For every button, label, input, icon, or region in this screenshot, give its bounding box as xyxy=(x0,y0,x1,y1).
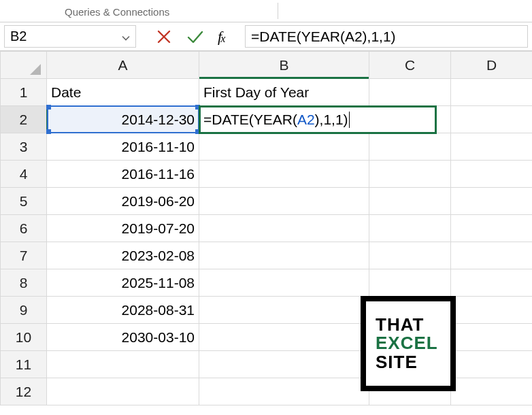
col-header-B[interactable]: B xyxy=(199,52,369,79)
chevron-down-icon[interactable] xyxy=(122,29,130,44)
cell-C3[interactable] xyxy=(369,133,451,161)
cancel-icon[interactable] xyxy=(156,29,171,44)
row-header-4[interactable]: 4 xyxy=(1,161,47,188)
formula-text: =DATE(YEAR(A2),1,1) xyxy=(251,29,396,45)
cell-A6[interactable]: 2019-07-20 xyxy=(47,215,199,242)
cell-C8[interactable] xyxy=(369,269,451,297)
cell-A9[interactable]: 2028-08-31 xyxy=(47,297,199,324)
ribbon-tab-bar: Queries & Connections xyxy=(0,0,532,22)
cell-B8[interactable] xyxy=(199,269,369,297)
cell-D12[interactable] xyxy=(451,378,533,405)
formula-bar: B2 fx =DATE(YEAR(A2),1,1) xyxy=(0,22,532,51)
cell-A3[interactable]: 2016-11-10 xyxy=(47,133,199,161)
cell-D2[interactable] xyxy=(451,106,533,133)
row-header-7[interactable]: 7 xyxy=(1,242,47,269)
cell-D3[interactable] xyxy=(451,133,533,161)
cell-D1[interactable] xyxy=(451,79,533,106)
formula-input[interactable]: =DATE(YEAR(A2),1,1) xyxy=(245,25,528,48)
cell-C5[interactable] xyxy=(369,188,451,215)
cell-B6[interactable] xyxy=(199,215,369,242)
col-header-C[interactable]: C xyxy=(369,52,451,79)
cell-A1[interactable]: Date xyxy=(47,79,199,106)
cell-B4[interactable] xyxy=(199,161,369,188)
cell-A7[interactable]: 2023-02-08 xyxy=(47,242,199,269)
cell-A12[interactable] xyxy=(47,378,199,405)
cell-D11[interactable] xyxy=(451,351,533,378)
row-header-10[interactable]: 10 xyxy=(1,324,47,351)
logo-line3: SITE xyxy=(376,353,450,371)
cell-B11[interactable] xyxy=(199,351,369,378)
cell-C1[interactable] xyxy=(369,79,451,106)
name-box[interactable]: B2 xyxy=(4,25,136,48)
cell-B5[interactable] xyxy=(199,188,369,215)
cell-A11[interactable] xyxy=(47,351,199,378)
row-header-12[interactable]: 12 xyxy=(1,378,47,405)
cell-D9[interactable] xyxy=(451,297,533,324)
col-header-D[interactable]: D xyxy=(451,52,533,79)
cell-B1[interactable]: First Day of Year xyxy=(199,79,369,106)
cell-C6[interactable] xyxy=(369,215,451,242)
cell-A5[interactable]: 2019-06-20 xyxy=(47,188,199,215)
active-cell-editor[interactable]: =DATE(YEAR(A2),1,1) xyxy=(199,105,437,134)
watermark-logo: THAT EXCEL SITE xyxy=(361,296,456,391)
cell-B7[interactable] xyxy=(199,242,369,269)
col-header-A[interactable]: A xyxy=(47,52,199,79)
formula-bar-actions xyxy=(136,25,218,48)
cell-C7[interactable] xyxy=(369,242,451,269)
cell-B9[interactable] xyxy=(199,297,369,324)
row-header-6[interactable]: 6 xyxy=(1,215,47,242)
name-box-value: B2 xyxy=(10,29,27,44)
row-header-1[interactable]: 1 xyxy=(1,79,47,106)
row-header-11[interactable]: 11 xyxy=(1,351,47,378)
cell-D6[interactable] xyxy=(451,215,533,242)
logo-line2: EXCEL xyxy=(376,334,450,352)
cell-A10[interactable]: 2030-03-10 xyxy=(47,324,199,351)
ribbon-separator xyxy=(278,3,278,19)
active-cell-text-post: ),1,1) xyxy=(315,112,348,128)
row-header-9[interactable]: 9 xyxy=(1,297,47,324)
row-header-3[interactable]: 3 xyxy=(1,133,47,161)
cell-C4[interactable] xyxy=(369,161,451,188)
ribbon-tab-queries[interactable]: Queries & Connections xyxy=(65,6,169,22)
select-all-triangle[interactable] xyxy=(1,52,47,79)
logo-line1: THAT xyxy=(376,316,450,334)
cell-B12[interactable] xyxy=(199,378,369,405)
row-header-2[interactable]: 2 xyxy=(1,106,47,133)
text-caret-icon xyxy=(349,112,350,128)
cell-D4[interactable] xyxy=(451,161,533,188)
worksheet[interactable]: A B C D 1 Date First Day of Year 2 2014-… xyxy=(0,51,532,405)
fx-icon[interactable]: fx xyxy=(218,25,245,48)
enter-icon[interactable] xyxy=(186,29,204,44)
row-header-8[interactable]: 8 xyxy=(1,269,47,297)
cell-D5[interactable] xyxy=(451,188,533,215)
cell-D10[interactable] xyxy=(451,324,533,351)
cell-A8[interactable]: 2025-11-08 xyxy=(47,269,199,297)
active-cell-text-ref: A2 xyxy=(297,112,315,128)
cell-D7[interactable] xyxy=(451,242,533,269)
cell-A2[interactable]: 2014-12-30 xyxy=(47,106,199,133)
row-header-5[interactable]: 5 xyxy=(1,188,47,215)
cell-B10[interactable] xyxy=(199,324,369,351)
cell-D8[interactable] xyxy=(451,269,533,297)
cell-B3[interactable] xyxy=(199,133,369,161)
active-cell-text-pre: =DATE(YEAR( xyxy=(203,112,297,128)
cell-A2-value: 2014-12-30 xyxy=(122,112,195,127)
cell-A4[interactable]: 2016-11-16 xyxy=(47,161,199,188)
